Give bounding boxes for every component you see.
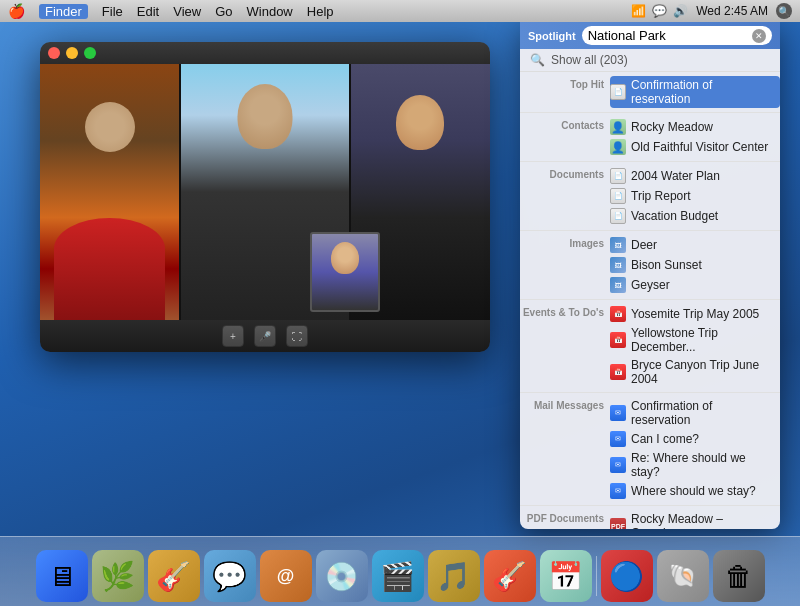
event-icon: 📅: [610, 332, 626, 348]
spotlight-input-wrap: ✕: [582, 26, 772, 45]
doc-icon: 📄: [610, 168, 626, 184]
result-text: Where should we stay?: [631, 484, 756, 498]
section-label-pdf: PDF Documents: [520, 510, 610, 524]
dock-item-finder[interactable]: 🖥: [36, 550, 88, 602]
section-items-contacts: 👤 Rocky Meadow 👤 Old Faithful Visitor Ce…: [610, 117, 780, 157]
menu-window[interactable]: Window: [247, 4, 293, 19]
result-text: Yellowstone Trip December...: [631, 326, 774, 354]
dock-item-11[interactable]: 🐚: [657, 550, 709, 602]
section-mail: Mail Messages ✉ Confirmation of reservat…: [520, 393, 780, 506]
clock: Wed 2:45 AM: [696, 4, 768, 18]
result-text: Confirmation of reservation: [631, 78, 774, 106]
result-item[interactable]: 📄 Confirmation of reservation: [610, 76, 780, 108]
dock-item-6[interactable]: 🎬: [372, 550, 424, 602]
doc-icon: 📄: [610, 84, 626, 100]
spotlight-search-input[interactable]: [588, 28, 748, 43]
menu-go[interactable]: Go: [215, 4, 232, 19]
image-icon: 🖼: [610, 277, 626, 293]
section-documents: Documents 📄 2004 Water Plan 📄 Trip Repor…: [520, 162, 780, 231]
mute-button[interactable]: 🎤: [254, 325, 276, 347]
mail-icon: ✉: [610, 431, 626, 447]
section-label-documents: Documents: [520, 166, 610, 180]
result-text: Rocky Meadow: [631, 120, 713, 134]
menu-help[interactable]: Help: [307, 4, 334, 19]
menu-view[interactable]: View: [173, 4, 201, 19]
section-items-pdf: PDF Rocky Meadow – Overview PDF Bryce Ca…: [610, 510, 780, 529]
result-item[interactable]: 📅 Yellowstone Trip December...: [610, 324, 780, 356]
dock-separator: [596, 556, 597, 596]
spotlight-results: 🔍 Show all (203) Top Hit 📄 Confirmation …: [520, 49, 780, 529]
result-item[interactable]: PDF Rocky Meadow – Overview: [610, 510, 780, 529]
result-item[interactable]: 📅 Yosemite Trip May 2005: [610, 304, 780, 324]
dock-item-5[interactable]: 💿: [316, 550, 368, 602]
result-item[interactable]: 👤 Rocky Meadow: [610, 117, 780, 137]
video-window: + 🎤 ⛶: [40, 42, 490, 352]
section-top-hit: Top Hit 📄 Confirmation of reservation: [520, 72, 780, 113]
spotlight-clear-button[interactable]: ✕: [752, 29, 766, 43]
spotlight-label: Spotlight: [528, 30, 576, 42]
dock-item-trash[interactable]: 🗑: [713, 550, 765, 602]
menu-edit[interactable]: Edit: [137, 4, 159, 19]
dock-item-1[interactable]: 🌿: [92, 550, 144, 602]
speech-icon: 💬: [652, 4, 667, 18]
result-text: Rocky Meadow – Overview: [631, 512, 774, 529]
result-item[interactable]: 📄 Trip Report: [610, 186, 780, 206]
result-item[interactable]: 📄 Vacation Budget: [610, 206, 780, 226]
video-self-view: [310, 232, 380, 312]
result-text: Confirmation of reservation: [631, 399, 774, 427]
section-items-top-hit: 📄 Confirmation of reservation: [610, 76, 780, 108]
result-text: Bryce Canyon Trip June 2004: [631, 358, 774, 386]
menu-file[interactable]: File: [102, 4, 123, 19]
pdf-icon: PDF: [610, 518, 626, 529]
spotlight-button[interactable]: 🔍: [776, 3, 792, 19]
show-all-label: Show all (203): [551, 53, 628, 67]
section-items-images: 🖼 Deer 🖼 Bison Sunset 🖼 Geyser: [610, 235, 780, 295]
dock-item-messages[interactable]: 💬: [204, 550, 256, 602]
result-item[interactable]: 🖼 Geyser: [610, 275, 780, 295]
spotlight-header: Spotlight ✕: [520, 22, 780, 49]
event-icon: 📅: [610, 306, 626, 322]
video-panel-1: [40, 64, 179, 320]
result-text: Geyser: [631, 278, 670, 292]
dock-item-10[interactable]: 🔵: [601, 550, 653, 602]
result-item[interactable]: 📄 2004 Water Plan: [610, 166, 780, 186]
menubar-right: 📶 💬 🔊 Wed 2:45 AM 🔍: [631, 0, 792, 22]
maximize-button[interactable]: [84, 47, 96, 59]
close-button[interactable]: [48, 47, 60, 59]
volume-icon: 🔊: [673, 4, 688, 18]
result-item[interactable]: ✉ Confirmation of reservation: [610, 397, 780, 429]
wifi-icon: 📶: [631, 4, 646, 18]
add-participant-button[interactable]: +: [222, 325, 244, 347]
menubar: 🍎 Finder File Edit View Go Window Help 📶…: [0, 0, 800, 22]
video-toolbar: + 🎤 ⛶: [40, 320, 490, 352]
contact-icon: 👤: [610, 119, 626, 135]
dock-item-calendar[interactable]: 📅: [540, 550, 592, 602]
video-content: [40, 64, 490, 320]
fullscreen-button[interactable]: ⛶: [286, 325, 308, 347]
section-contacts: Contacts 👤 Rocky Meadow 👤 Old Faithful V…: [520, 113, 780, 162]
minimize-button[interactable]: [66, 47, 78, 59]
spotlight-panel: Spotlight ✕ 🔍 Show all (203) Top Hit 📄: [520, 22, 780, 529]
show-all-row[interactable]: 🔍 Show all (203): [520, 49, 780, 72]
dock-item-8[interactable]: 🎸: [484, 550, 536, 602]
image-icon: 🖼: [610, 237, 626, 253]
section-items-mail: ✉ Confirmation of reservation ✉ Can I co…: [610, 397, 780, 501]
apple-menu[interactable]: 🍎: [8, 3, 25, 19]
result-item[interactable]: 👤 Old Faithful Visitor Center: [610, 137, 780, 157]
result-item[interactable]: 📅 Bryce Canyon Trip June 2004: [610, 356, 780, 388]
menu-finder[interactable]: Finder: [39, 4, 88, 19]
dock-item-7[interactable]: 🎵: [428, 550, 480, 602]
result-text: Bison Sunset: [631, 258, 702, 272]
section-events: Events & To Do's 📅 Yosemite Trip May 200…: [520, 300, 780, 393]
dock-item-mail[interactable]: @: [260, 550, 312, 602]
result-item[interactable]: ✉ Can I come?: [610, 429, 780, 449]
result-item[interactable]: 🖼 Bison Sunset: [610, 255, 780, 275]
doc-icon: 📄: [610, 208, 626, 224]
result-item[interactable]: ✉ Where should we stay?: [610, 481, 780, 501]
result-text: Re: Where should we stay?: [631, 451, 774, 479]
dock-item-2[interactable]: 🎸: [148, 550, 200, 602]
section-label-mail: Mail Messages: [520, 397, 610, 411]
result-item[interactable]: ✉ Re: Where should we stay?: [610, 449, 780, 481]
result-item[interactable]: 🖼 Deer: [610, 235, 780, 255]
desktop: + 🎤 ⛶ Spotlight ✕ 🔍 Show all (203) Top H…: [0, 22, 800, 606]
